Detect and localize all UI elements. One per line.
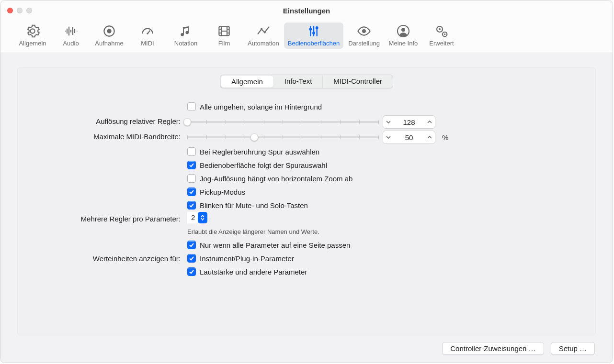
automation-icon — [256, 23, 271, 39]
svg-point-11 — [401, 28, 405, 32]
footer: Controller-Zuweisungen … Setup … — [17, 335, 596, 355]
checkbox-bypass-all-label: Alle umgehen, solange im Hintergrund — [200, 103, 322, 111]
select-value: 2 — [187, 212, 198, 223]
window-title: Einstellungen — [0, 7, 613, 15]
label-bandwidth: Maximale MIDI-Bandbreite: — [27, 130, 181, 145]
toolbar-item-my-info[interactable]: Meine Info — [385, 22, 422, 49]
checkbox-pickup-mode[interactable] — [187, 188, 196, 196]
select-multi-controls[interactable]: 2 — [187, 212, 207, 223]
music-note-icon — [178, 23, 193, 39]
slider-bandwidth[interactable] — [187, 132, 379, 143]
sliders-icon — [306, 23, 321, 39]
toolbar-item-audio[interactable]: Audio — [52, 22, 90, 49]
checkbox-only-if-fits-label: Nur wenn alle Parameter auf eine Seite p… — [200, 241, 350, 249]
close-window-button[interactable] — [7, 8, 13, 13]
stepper-down-icon[interactable] — [383, 120, 394, 124]
svg-point-9 — [362, 29, 366, 33]
toolbar-label: Film — [218, 40, 230, 47]
traffic-lights — [7, 8, 32, 13]
checkbox-bypass-all[interactable] — [187, 102, 196, 111]
toolbar-item-midi[interactable]: MIDI — [129, 22, 166, 49]
checkbox-only-if-fits[interactable] — [187, 241, 196, 249]
svg-point-13 — [439, 28, 441, 30]
slider-resolution[interactable] — [187, 116, 379, 128]
checkbox-units-volume-label: Lautstärke und andere Parameter — [200, 268, 307, 276]
checkbox-pickup-mode-label: Pickup-Modus — [200, 188, 245, 196]
label-multi-controls: Mehrere Regler pro Parameter: — [27, 212, 181, 238]
toolbar-label: Notation — [174, 40, 197, 47]
content-area: Allgemein Info-Text MIDI-Controller Alle… — [0, 53, 613, 363]
checkbox-units-volume[interactable] — [187, 267, 196, 276]
stepper-value: 128 — [394, 118, 424, 126]
stepper-down-icon[interactable] — [383, 135, 394, 140]
checkbox-jog-zoom[interactable] — [187, 174, 196, 183]
multi-controls-hint: Erlaubt die Anzeige längerer Namen und W… — [187, 228, 319, 235]
waveform-icon — [63, 23, 79, 39]
tab-midi-controller[interactable]: MIDI-Controller — [323, 75, 393, 88]
checkbox-units-instrument[interactable] — [187, 254, 196, 263]
gears-icon — [434, 23, 449, 39]
svg-point-4 — [261, 28, 262, 30]
toolbar-label: MIDI — [141, 40, 154, 47]
gear-icon — [25, 23, 40, 39]
user-circle-icon — [396, 23, 411, 39]
toolbar-item-display[interactable]: Darstellung — [344, 22, 384, 49]
form: Alle umgehen, solange im Hintergrund Auf… — [27, 99, 586, 278]
svg-point-7 — [312, 32, 315, 34]
svg-point-6 — [309, 28, 312, 31]
svg-point-2 — [147, 33, 148, 34]
checkbox-follow-track[interactable] — [187, 161, 196, 169]
titlebar: Einstellungen — [0, 0, 613, 21]
toolbar-item-notation[interactable]: Notation — [167, 22, 205, 49]
svg-point-8 — [316, 26, 318, 29]
gauge-icon — [140, 23, 155, 39]
eye-icon — [356, 23, 372, 39]
checkbox-touch-select[interactable] — [187, 147, 196, 156]
toolbar-label: Audio — [63, 40, 79, 47]
stepper-up-icon[interactable] — [424, 120, 435, 124]
toolbar-item-general[interactable]: Allgemein — [14, 22, 51, 49]
controller-assignments-button[interactable]: Controller-Zuweisungen … — [442, 342, 544, 355]
toolbar-item-recording[interactable]: Aufnahme — [91, 22, 128, 49]
toolbar-label: Automation — [248, 40, 279, 47]
checkbox-blink-mute-solo-label: Blinken für Mute- und Solo-Tasten — [200, 201, 308, 210]
toolbar-label: Aufnahme — [95, 40, 123, 47]
toolbar-label: Bedienoberflächen — [288, 40, 340, 47]
toolbar: Allgemein Audio Aufnahme MIDI Notation F… — [0, 21, 613, 53]
toolbar-label: Darstellung — [348, 40, 380, 47]
svg-point-15 — [444, 33, 445, 35]
updown-caret-icon — [198, 212, 207, 223]
svg-point-5 — [263, 32, 265, 33]
minimize-window-button[interactable] — [17, 8, 23, 13]
stepper-up-icon[interactable] — [424, 135, 435, 140]
stepper-bandwidth[interactable]: 50 — [383, 131, 435, 144]
tab-info-text[interactable]: Info-Text — [274, 75, 323, 88]
svg-point-1 — [107, 29, 111, 33]
checkbox-jog-zoom-label: Jog-Auflösung hängt von horizontalem Zoo… — [200, 175, 352, 183]
toolbar-label: Allgemein — [19, 40, 46, 47]
checkbox-blink-mute-solo[interactable] — [187, 201, 196, 210]
toolbar-item-advanced[interactable]: Erweitert — [423, 22, 460, 49]
film-icon — [216, 23, 232, 39]
toolbar-label: Erweitert — [429, 40, 454, 47]
toolbar-item-control-surfaces[interactable]: Bedienoberflächen — [284, 22, 343, 49]
stepper-resolution[interactable]: 128 — [383, 115, 435, 129]
checkbox-touch-select-label: Bei Reglerberührung Spur auswählen — [200, 148, 319, 156]
settings-panel: Allgemein Info-Text MIDI-Controller Alle… — [17, 67, 596, 335]
record-icon — [102, 23, 117, 39]
checkbox-units-instrument-label: Instrument/Plug-in-Parameter — [200, 254, 294, 263]
preferences-window: Einstellungen Allgemein Audio Aufnahme M… — [0, 0, 613, 363]
toolbar-item-automation[interactable]: Automation — [244, 22, 283, 49]
zoom-window-button[interactable] — [26, 8, 32, 13]
toolbar-label: Meine Info — [389, 40, 418, 47]
label-show-units: Werteinheiten anzeigen für: — [27, 252, 181, 265]
label-resolution: Auflösung relativer Regler: — [27, 114, 181, 130]
stepper-value: 50 — [394, 133, 424, 142]
checkbox-follow-track-label: Bedienoberfläche folgt der Spurauswahl — [200, 161, 327, 169]
tab-general[interactable]: Allgemein — [221, 76, 273, 88]
sub-tabs: Allgemein Info-Text MIDI-Controller — [220, 75, 393, 88]
setup-button[interactable]: Setup … — [551, 342, 595, 355]
toolbar-item-film[interactable]: Film — [205, 22, 243, 49]
bandwidth-unit: % — [442, 133, 448, 142]
